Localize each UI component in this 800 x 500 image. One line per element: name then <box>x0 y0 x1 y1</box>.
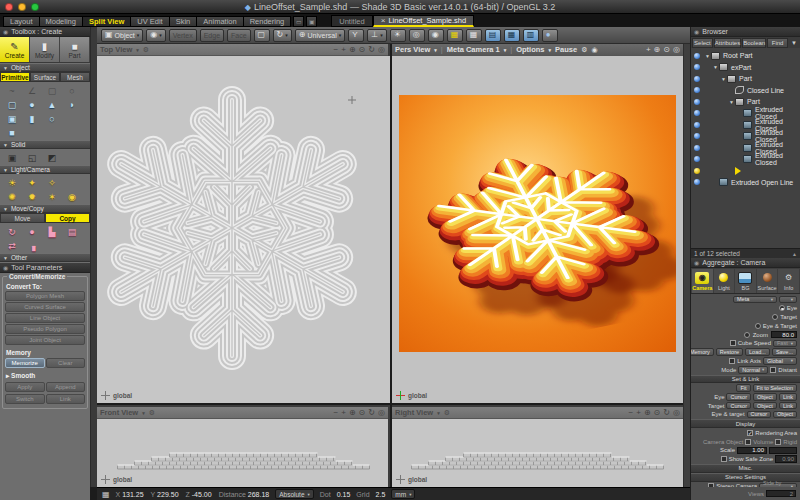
solid-subtract-icon[interactable]: ◱ <box>22 151 42 164</box>
subtab-surface[interactable]: Surface <box>30 72 60 82</box>
button-fit[interactable]: Fit <box>736 384 750 392</box>
eye-target-cursor-button[interactable]: Cursor <box>747 411 772 419</box>
dropdown-fast[interactable]: Fast▾ <box>773 340 797 348</box>
hemisphere-icon[interactable]: ◗ <box>62 98 82 111</box>
browser-tab-attributes[interactable]: Attributes <box>714 38 741 48</box>
mode-tab-skin[interactable]: Skin <box>169 16 197 27</box>
tree-row[interactable] <box>691 165 800 177</box>
dropdown-meta[interactable]: Meta▾ <box>733 296 777 304</box>
options-menu[interactable]: Options <box>516 45 544 54</box>
sphere-icon[interactable]: ● <box>22 98 42 111</box>
rect-curve-icon[interactable]: ▢ <box>42 84 62 97</box>
visibility-toggle[interactable] <box>694 156 700 162</box>
views-value[interactable]: 2 <box>766 490 796 498</box>
cone-icon[interactable]: ▲ <box>42 98 62 111</box>
link-axis-checkbox[interactable] <box>729 358 735 364</box>
directional-light-icon[interactable]: ✧ <box>42 176 62 189</box>
smooth-button-link[interactable]: Link <box>46 394 86 404</box>
translate-copy-icon[interactable]: ▙ <box>42 225 62 238</box>
visibility-toggle[interactable] <box>694 133 700 139</box>
toolbox-tab-part[interactable]: ■Part <box>60 37 90 62</box>
face-mode-button[interactable]: Face <box>227 29 251 42</box>
set-link-section[interactable]: Set & Link <box>691 375 800 384</box>
mirror-copy-icon[interactable]: ⇄ <box>2 239 22 252</box>
visibility-toggle[interactable] <box>694 122 700 128</box>
unit-dropdown[interactable]: mm▾ <box>391 489 415 499</box>
visibility-toggle[interactable] <box>694 64 700 70</box>
dropdown-global[interactable]: Global▾ <box>763 357 797 365</box>
viewport-scrollbar[interactable] <box>683 44 690 487</box>
grid-snap-button[interactable]: ▦ <box>447 29 463 42</box>
memory-button-clear[interactable]: Clear <box>46 358 86 368</box>
eye-target-object-button[interactable]: Object <box>773 411 797 419</box>
transform-copy-icon[interactable]: ▗ <box>22 239 42 252</box>
aggregate-tab-bg[interactable]: BG <box>735 269 756 293</box>
sync-icon[interactable]: ◉ <box>591 46 597 54</box>
eye-object-button[interactable]: Object <box>753 393 777 401</box>
gear-icon[interactable]: ⚙ <box>581 46 587 54</box>
mode-tab-layout[interactable]: Layout <box>3 16 39 27</box>
browser-tab-boolean[interactable]: Boolean <box>742 38 766 48</box>
front-view-zoom-controls[interactable]: −+⊕⊙↻◎ <box>334 408 385 417</box>
value-field[interactable]: 80.0 <box>771 331 797 339</box>
smooth-button-switch[interactable]: Switch <box>5 394 45 404</box>
light-tool-button[interactable]: ☀ <box>390 29 406 42</box>
cube-speed-checkbox[interactable] <box>730 340 736 346</box>
ambient-light-icon[interactable]: ✺ <box>2 190 22 203</box>
poly-curve-icon[interactable]: ∠ <box>22 84 42 97</box>
free-curve-icon[interactable]: ~ <box>2 84 22 97</box>
radio-button[interactable] <box>772 314 778 320</box>
dropdown-[interactable]: ▾ <box>779 296 797 304</box>
visibility-toggle[interactable] <box>694 110 700 116</box>
convert-button-line-object[interactable]: Line Object <box>5 313 85 323</box>
toolbox-tab-create[interactable]: ✎Create <box>0 37 30 62</box>
object-mode-button[interactable]: ▣Object▾ <box>101 29 143 42</box>
browser-header[interactable]: ◉Browser <box>691 27 800 37</box>
coordinate-icon[interactable]: ▦ <box>102 490 110 499</box>
memory-button-memorize[interactable]: Memorize <box>5 358 45 368</box>
filter-funnel-icon[interactable]: ▼ <box>789 38 799 48</box>
tree-row[interactable]: ▼Root Part <box>691 50 800 62</box>
pause-button[interactable]: Pause <box>555 45 577 54</box>
universal-manipulator-button[interactable]: ⊕Universal▾ <box>295 29 345 42</box>
mode-tab-rendering[interactable]: Rendering <box>243 16 292 27</box>
subtab-copy[interactable]: Copy <box>45 213 90 223</box>
right-view-zoom-controls[interactable]: −+⊕⊙↻◎ <box>629 408 680 417</box>
dropdown-normal[interactable]: Normal▾ <box>738 366 768 374</box>
button-fit-to-selection[interactable]: Fit to Selection <box>753 384 797 392</box>
mode-tab-split-view[interactable]: Split View <box>82 16 130 27</box>
top-view-zoom-controls[interactable]: −+⊕⊙↻◎ <box>334 45 385 54</box>
visibility-toggle[interactable] <box>694 99 700 105</box>
tree-row[interactable]: Extruded Closed <box>691 154 800 166</box>
pers-view-canvas[interactable]: global <box>392 56 683 403</box>
circle-curve-icon[interactable]: ○ <box>62 84 82 97</box>
aggregate-header[interactable]: ◉Aggregate : Camera <box>691 258 800 268</box>
dock-windows-button[interactable]: ▣ <box>306 16 317 27</box>
right-view-canvas[interactable]: global <box>392 419 683 487</box>
show-safe-zone-checkbox[interactable] <box>721 456 727 462</box>
eye-link-button[interactable]: Link <box>779 393 797 401</box>
top-view-header[interactable]: Top View▾ ⚙ −+⊕⊙↻◎ <box>97 44 388 56</box>
rotate-copy-icon[interactable]: ↻ <box>2 225 22 238</box>
visibility-toggle[interactable] <box>694 76 700 82</box>
array-copy-icon[interactable]: ▤ <box>62 225 82 238</box>
document-tab[interactable]: Untitled <box>331 15 372 27</box>
render-preview-button[interactable]: ● <box>542 29 558 42</box>
front-view-header[interactable]: Front View▾ ⚙ −+⊕⊙↻◎ <box>97 407 388 419</box>
expander-icon[interactable]: ▼ <box>712 64 719 70</box>
radio-button[interactable] <box>755 323 761 329</box>
target-link-button[interactable]: Link <box>779 402 797 410</box>
viewport-split-button[interactable]: ▥ <box>523 29 539 42</box>
snap-button[interactable]: ◉ <box>428 29 444 42</box>
tree-row[interactable]: ▼Part <box>691 73 800 85</box>
spot-light-icon[interactable]: ✦ <box>22 176 42 189</box>
pers-view-zoom-controls[interactable]: +⊕⊙◎ <box>646 45 680 54</box>
rect-select-button[interactable]: ▢ <box>254 29 270 42</box>
box-icon[interactable]: ■ <box>2 126 22 139</box>
visibility-toggle[interactable] <box>694 179 700 185</box>
camera-object-icon[interactable]: ◉ <box>62 190 82 203</box>
cylinder-icon[interactable]: ▮ <box>22 112 42 125</box>
section-other[interactable]: ▼Other <box>0 253 90 262</box>
close-tab-icon[interactable]: × <box>381 16 386 25</box>
vertex-mode-button[interactable]: Vertex <box>169 29 197 42</box>
